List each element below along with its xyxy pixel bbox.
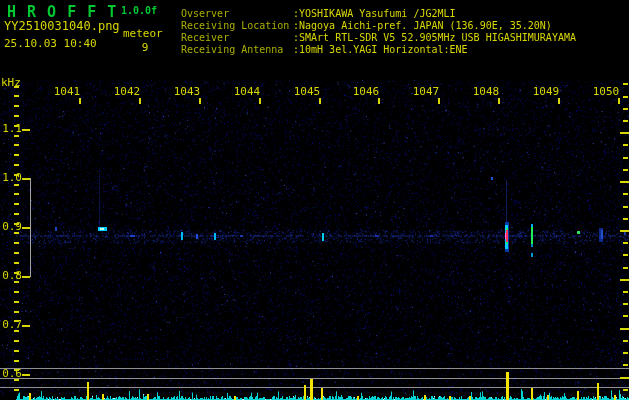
y-axis-minor-tick (14, 193, 19, 195)
y-axis-major-tick (22, 374, 30, 376)
x-axis-tick (378, 98, 380, 104)
y-axis-right-minor-tick (623, 254, 628, 256)
y-axis-right-minor-tick (623, 206, 628, 208)
y-axis-right-minor-tick (623, 120, 628, 122)
y-axis-minor-tick (14, 281, 19, 283)
y-axis-right-minor-tick (623, 144, 628, 146)
info-row-observer: Ovserver:YOSHIKAWA Yasufumi /JG2MLI (181, 8, 576, 20)
y-axis-right-minor-tick (623, 352, 628, 354)
x-axis-tick (139, 98, 141, 104)
y-axis-right-minor-tick (623, 303, 628, 305)
y-axis-right-major-tick (620, 230, 629, 232)
y-axis-minor-tick (14, 86, 19, 88)
y-axis-minor-tick (14, 311, 19, 313)
y-axis-minor-tick (14, 291, 19, 293)
info-row-location: Receiving Location:Nagoya Aichi-pref. JA… (181, 20, 576, 32)
y-axis-minor-tick (14, 144, 19, 146)
y-axis-minor-tick (14, 252, 19, 254)
y-axis-right-minor-tick (623, 291, 628, 293)
meteor-counter-label: meteor (123, 27, 163, 40)
y-axis-minor-tick (14, 272, 19, 274)
y-axis-minor-tick (14, 164, 19, 166)
y-axis-minor-tick (14, 360, 19, 362)
x-axis-tick (618, 98, 620, 104)
y-axis-right-minor-tick (623, 193, 628, 195)
y-axis-right-major-tick (620, 181, 629, 183)
y-axis-right-minor-tick (623, 389, 628, 391)
location-value: :Nagoya Aichi-pref. JAPAN (136.90E, 35.2… (293, 20, 552, 32)
y-axis-minor-tick (14, 242, 19, 244)
info-row-receiver: Receiver:SMArt RTL-SDR V5 52.905MHz USB … (181, 32, 576, 44)
y-axis-right-minor-tick (623, 364, 628, 366)
y-tick-label-1-0: 1.0 (0, 171, 22, 184)
y-axis-minor-tick (14, 379, 19, 381)
antenna-value: :10mH 3el.YAGI Horizontal:ENE (293, 44, 468, 56)
hrofft-screen: H R O F F T 1.0.0f YY2510031040.png 25.1… (0, 0, 629, 400)
info-row-antenna: Receiving Antenna:10mH 3el.YAGI Horizont… (181, 44, 576, 56)
x-tick-label-1043: 1043 (173, 85, 201, 98)
y-axis-major-tick (22, 129, 30, 131)
x-tick-label-1049: 1049 (532, 85, 560, 98)
y-axis-minor-tick (14, 262, 19, 264)
output-filename: YY2510031040.png (4, 19, 120, 33)
y-axis-minor-tick (14, 115, 19, 117)
x-tick-label-1041: 1041 (53, 85, 81, 98)
y-axis-major-tick (22, 178, 30, 180)
observer-label: Ovserver (181, 8, 293, 20)
y-axis-minor-tick (14, 95, 19, 97)
y-axis-minor-tick (14, 105, 19, 107)
y-axis-right-minor-tick (623, 169, 628, 171)
x-axis-tick (438, 98, 440, 104)
y-axis-right-minor-tick (623, 108, 628, 110)
y-axis-right-minor-tick (623, 242, 628, 244)
y-axis-minor-tick (14, 174, 19, 176)
x-tick-label-1045: 1045 (293, 85, 321, 98)
x-tick-label-1042: 1042 (113, 85, 141, 98)
meteor-counter-value: 9 (123, 41, 167, 54)
y-axis-right-major-tick (620, 132, 629, 134)
y-axis-right-minor-tick (623, 315, 628, 317)
x-tick-label-1044: 1044 (233, 85, 261, 98)
y-axis-minor-tick (14, 184, 19, 186)
receiver-value: :SMArt RTL-SDR V5 52.905MHz USB HIGASHIM… (293, 32, 576, 44)
x-axis-tick (259, 98, 261, 104)
location-label: Receiving Location (181, 20, 293, 32)
y-axis-minor-tick (14, 389, 19, 391)
y-axis-minor-tick (14, 154, 19, 156)
y-axis-minor-tick (14, 350, 19, 352)
x-tick-label-1050: 1050 (592, 85, 620, 98)
y-axis-right-minor-tick (623, 157, 628, 159)
x-tick-label-1048: 1048 (472, 85, 500, 98)
y-axis-minor-tick (14, 213, 19, 215)
app-version: 1.0.0f (121, 5, 157, 16)
station-info-block: Ovserver:YOSHIKAWA Yasufumi /JG2MLI Rece… (181, 8, 576, 56)
spectrogram-canvas (0, 0, 629, 400)
y-axis-right-minor-tick (623, 96, 628, 98)
y-axis-major-tick (22, 325, 30, 327)
y-axis-minor-tick (14, 223, 19, 225)
y-axis-minor-tick (14, 330, 19, 332)
y-axis-minor-tick (14, 340, 19, 342)
y-axis-minor-tick (14, 232, 19, 234)
y-axis-minor-tick (14, 203, 19, 205)
y-axis-right-minor-tick (623, 83, 628, 85)
y-axis-minor-tick (14, 135, 19, 137)
x-tick-label-1047: 1047 (412, 85, 440, 98)
y-axis-minor-tick (14, 320, 19, 322)
y-tick-label-1-1: 1.1 (0, 122, 22, 135)
antenna-label: Receiving Antenna (181, 44, 293, 56)
y-axis-minor-tick (14, 125, 19, 127)
x-axis-tick (498, 98, 500, 104)
y-axis-major-tick (22, 227, 30, 229)
x-axis-tick (199, 98, 201, 104)
y-axis-right-minor-tick (623, 218, 628, 220)
y-axis-right-major-tick (620, 377, 629, 379)
x-axis-tick (558, 98, 560, 104)
y-axis-right-major-tick (620, 328, 629, 330)
x-axis-tick (79, 98, 81, 104)
y-axis-right-minor-tick (623, 267, 628, 269)
observation-datetime: 25.10.03 10:40 (4, 37, 97, 50)
y-axis-right-minor-tick (623, 340, 628, 342)
y-axis-right-major-tick (620, 279, 629, 281)
y-axis-major-tick (22, 276, 30, 278)
